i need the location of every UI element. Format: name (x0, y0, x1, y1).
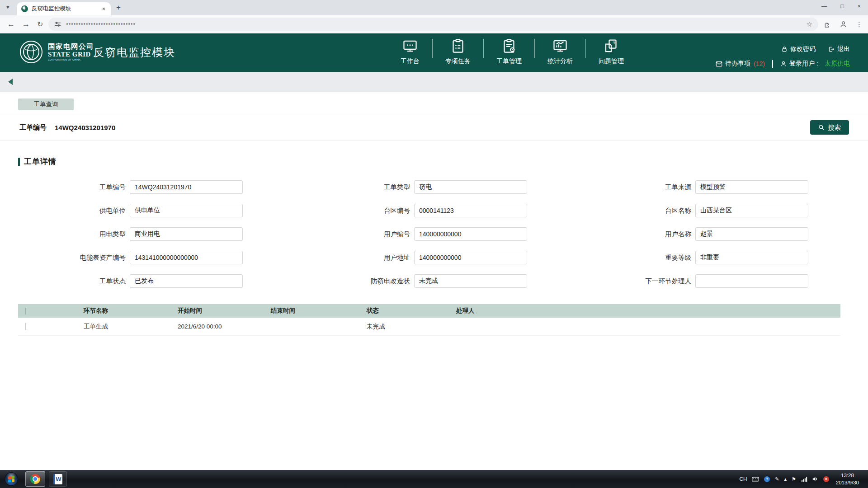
field-input[interactable]: 143141000000000000 (130, 251, 243, 264)
field-workorder-no: 工单编号14WQ24031201970 (18, 180, 243, 194)
address-bar[interactable]: **************************** ☆ (48, 18, 818, 31)
todo-label: 待办事项 (725, 60, 750, 68)
section-header: 工单详情 (18, 156, 57, 167)
nav-item-issue-mgmt[interactable]: ? 问题管理 (586, 38, 637, 66)
login-user-label: 登录用户： (789, 60, 821, 68)
workbench-monitor-icon (402, 38, 418, 54)
browser-menu-icon[interactable]: ⋮ (856, 20, 863, 28)
nav-item-workorder-mgmt[interactable]: 工单管理 (484, 38, 534, 66)
start-button[interactable] (5, 472, 18, 486)
brand-block: 国家电网公司 STATE GRID CORPORATION OF CHINA (19, 40, 94, 64)
language-indicator[interactable]: CH (740, 476, 747, 482)
field-input[interactable]: 140000000000 (414, 227, 527, 241)
show-hidden-icons-arrow[interactable]: ▴ (784, 477, 787, 482)
table-header-row: 环节名称 开始时间 结束时间 状态 处理人 (18, 304, 840, 318)
field-input[interactable]: 商业用电 (130, 227, 243, 241)
back-icon[interactable]: ← (7, 20, 15, 28)
search-field-value[interactable]: 14WQ24031201970 (55, 124, 115, 131)
flag-icon[interactable]: ⚑ (792, 477, 796, 482)
field-input[interactable]: 140000000000 (414, 251, 527, 264)
field-label: 台区名称 (527, 206, 695, 215)
field-input[interactable]: 窃电 (414, 180, 527, 194)
window-minimize-icon[interactable]: — (821, 3, 827, 9)
taskbar-clock[interactable]: 13:28 2013/9/30 (834, 472, 864, 486)
site-favicon-icon (21, 5, 28, 12)
brand-text: 国家电网公司 STATE GRID CORPORATION OF CHINA (48, 43, 94, 61)
bookmark-star-icon[interactable]: ☆ (807, 20, 812, 28)
tab-workorder-query[interactable]: 工单查询 (18, 99, 74, 110)
windows-taskbar: W CH ? ✎ ▴ ⚑ × 13:28 2013/9/30 (0, 470, 868, 488)
network-icon[interactable] (801, 477, 807, 482)
reload-icon[interactable]: ↻ (37, 21, 43, 28)
field-input[interactable]: 未完成 (414, 274, 527, 288)
forward-icon[interactable]: → (22, 20, 30, 28)
change-password-button[interactable]: 修改密码 (781, 45, 816, 53)
field-input[interactable]: 14WQ24031201970 (130, 180, 243, 194)
field-label: 工单状态 (18, 277, 130, 286)
field-label: 防窃电改造状 (243, 277, 414, 286)
select-all-checkbox[interactable] (25, 307, 26, 315)
field-label: 用户名称 (527, 230, 695, 239)
field-input[interactable]: 赵景 (695, 227, 808, 241)
org-name-sub: CORPORATION OF CHINA (48, 59, 94, 61)
field-input[interactable]: 供电单位 (130, 204, 243, 217)
todo-items-button[interactable]: 待办事项(12) (716, 60, 765, 68)
tab-close-icon[interactable]: × (101, 5, 106, 12)
col-step-name: 环节名称 (84, 307, 178, 315)
nav-item-special-tasks[interactable]: 专项任务 (433, 38, 483, 66)
site-info-icon[interactable] (54, 21, 61, 28)
field-electricity-type: 用电类型商业用电 (18, 227, 243, 241)
tab-search-chevron-icon[interactable]: ▾ (6, 4, 9, 10)
section-title: 工单详情 (24, 156, 57, 167)
window-controls: — □ × (821, 3, 861, 9)
state-grid-logo-icon (19, 40, 43, 64)
extensions-puzzle-icon[interactable] (824, 21, 831, 28)
taskbar-chrome-button[interactable] (25, 471, 45, 487)
field-user-address: 用户地址140000000000 (243, 251, 527, 264)
pen-icon[interactable]: ✎ (775, 477, 779, 482)
window-close-icon[interactable]: × (858, 3, 861, 9)
alert-icon[interactable]: × (823, 476, 829, 482)
row-checkbox[interactable] (25, 323, 26, 330)
chrome-icon (30, 474, 40, 484)
field-input[interactable]: 非重要 (695, 251, 808, 264)
collapse-left-arrow-icon[interactable] (8, 79, 13, 85)
nav-label: 工作台 (401, 57, 420, 66)
col-status: 状态 (367, 307, 456, 315)
field-input[interactable]: 0000141123 (414, 204, 527, 217)
nav-label: 工单管理 (496, 57, 522, 66)
system-tray: CH ? ✎ ▴ ⚑ × 13:28 2013/9/30 (740, 472, 868, 486)
field-workorder-status: 工单状态已发布 (18, 274, 243, 288)
header-divider (772, 60, 773, 68)
window-maximize-icon[interactable]: □ (840, 3, 844, 9)
col-end-time: 结束时间 (271, 307, 367, 315)
volume-icon[interactable] (812, 476, 818, 482)
todo-count-badge: (12) (754, 60, 765, 67)
taskbar-word-button[interactable]: W (49, 471, 67, 487)
search-icon (818, 124, 825, 131)
field-input[interactable] (695, 274, 808, 288)
profile-avatar-icon[interactable] (840, 20, 847, 28)
cell-start-time: 2021/6/20 00:00 (178, 323, 271, 330)
toolbar-right: ⋮ (824, 20, 863, 28)
field-label: 工单来源 (527, 183, 695, 192)
user-icon (780, 61, 787, 67)
help-icon[interactable]: ? (764, 476, 770, 482)
row-checkbox-cell (18, 323, 84, 330)
clock-time: 13:28 (836, 472, 859, 479)
clipboard-list-icon (450, 38, 466, 54)
nav-item-stats-analysis[interactable]: 统计分析 (535, 38, 585, 66)
org-name-cn: 国家电网公司 (48, 43, 94, 50)
logout-button[interactable]: 退出 (828, 45, 850, 53)
field-input[interactable]: 山西某台区 (695, 204, 808, 217)
nav-item-workbench[interactable]: 工作台 (388, 38, 432, 66)
header-checkbox-cell (18, 308, 84, 314)
field-input[interactable]: 模型预警 (695, 180, 808, 194)
field-input[interactable]: 已发布 (130, 274, 243, 288)
field-label: 用户编号 (243, 230, 414, 239)
browser-tab[interactable]: 反窃电监控模块 × (17, 2, 111, 15)
keyboard-icon[interactable] (752, 477, 759, 482)
field-label: 用户地址 (243, 253, 414, 262)
new-tab-button[interactable]: + (116, 3, 121, 12)
search-button[interactable]: 搜索 (810, 120, 849, 135)
